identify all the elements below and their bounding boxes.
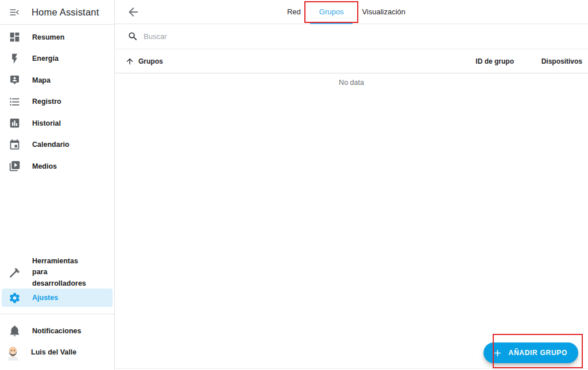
search-input[interactable]: [144, 32, 431, 41]
column-header-grupos[interactable]: Grupos: [125, 57, 445, 66]
calendar-icon: [8, 138, 21, 151]
sidebar-item-registro[interactable]: Registro: [0, 91, 114, 113]
sidebar-header: Home Assistant: [0, 0, 114, 25]
sidebar-item-calendario[interactable]: Calendario: [0, 134, 114, 156]
sidebar-item-ajustes[interactable]: Ajustes: [2, 289, 113, 307]
sidebar-item-label: Mapa: [32, 76, 51, 84]
tab-label: Grupos: [319, 7, 344, 16]
sidebar-bottom: Herramientas para desarrolladores Ajuste…: [0, 258, 114, 370]
column-header-dispositivos[interactable]: Dispositivos: [514, 57, 582, 65]
sidebar-item-label: Energía: [32, 54, 59, 63]
sidebar-item-medios[interactable]: Medios: [0, 155, 114, 177]
sidebar-toggle-icon[interactable]: [7, 5, 21, 19]
table-empty-state: No data: [115, 73, 588, 92]
sidebar-item-resumen[interactable]: Resumen: [0, 26, 114, 48]
sidebar-item-label: Resumen: [32, 33, 64, 41]
sidebar-item-notificaciones[interactable]: Notificaciones: [0, 320, 114, 341]
tab-active-indicator: [310, 22, 353, 24]
sidebar-item-label: Notificaciones: [32, 327, 81, 335]
column-header-label: Grupos: [138, 57, 163, 65]
tab-visualizacion[interactable]: Visualización: [353, 0, 415, 24]
main-content: Red Grupos Visualización: [115, 0, 588, 370]
sidebar-item-label: Medios: [32, 162, 57, 170]
table-header: Grupos ID de grupo Dispositivos: [115, 49, 588, 73]
user-name: Luis del Valle: [31, 348, 76, 356]
tab-label: Visualización: [362, 7, 405, 16]
sidebar-nav: Resumen Energía Mapa Registro: [0, 25, 114, 177]
sidebar-item-label: Calendario: [32, 141, 69, 149]
lightning-icon: [8, 52, 21, 65]
sidebar-item-label: Ajustes: [32, 294, 58, 302]
sidebar-item-label: Registro: [32, 98, 61, 106]
sort-ascending-arrow-icon: [125, 57, 134, 66]
fab-label: AÑADIR GRUPO: [509, 349, 567, 357]
plus-icon: [492, 348, 503, 359]
search-bar: [115, 24, 588, 49]
sidebar-item-user-profile[interactable]: Luis del Valle: [0, 341, 114, 363]
sidebar-item-historial[interactable]: Historial: [0, 112, 114, 134]
sidebar-item-label: Historial: [32, 119, 61, 127]
list-icon: [8, 95, 21, 108]
bell-icon: [8, 325, 21, 337]
hammer-icon: [8, 266, 21, 279]
sidebar-item-dev-tools[interactable]: Herramientas para desarrolladores: [0, 258, 114, 287]
search-icon: [127, 31, 138, 42]
user-avatar: [5, 344, 21, 361]
media-play-icon: [8, 160, 21, 173]
column-header-id-de-grupo[interactable]: ID de grupo: [445, 57, 514, 65]
gear-icon: [8, 291, 21, 304]
add-group-fab-button[interactable]: AÑADIR GRUPO: [483, 342, 578, 363]
footer-divider: [115, 368, 588, 369]
dashboard-icon: [8, 31, 21, 44]
back-arrow-icon[interactable]: [126, 5, 140, 19]
sidebar-divider: [0, 314, 114, 314]
tab-bar: Red Grupos Visualización: [278, 0, 415, 24]
tab-red[interactable]: Red: [278, 0, 310, 24]
tab-label: Red: [287, 7, 301, 16]
sidebar: Home Assistant Resumen Energía Mapa: [0, 0, 115, 370]
sidebar-item-mapa[interactable]: Mapa: [0, 69, 114, 91]
map-person-icon: [8, 74, 21, 87]
app-window: Home Assistant Resumen Energía Mapa: [0, 0, 588, 370]
topbar: Red Grupos Visualización: [115, 0, 588, 24]
bar-chart-icon: [8, 117, 21, 130]
sidebar-item-label: Herramientas para desarrolladores: [32, 256, 114, 289]
app-title: Home Assistant: [32, 7, 99, 18]
sidebar-item-energia[interactable]: Energía: [0, 48, 114, 70]
tab-grupos[interactable]: Grupos: [310, 0, 353, 24]
